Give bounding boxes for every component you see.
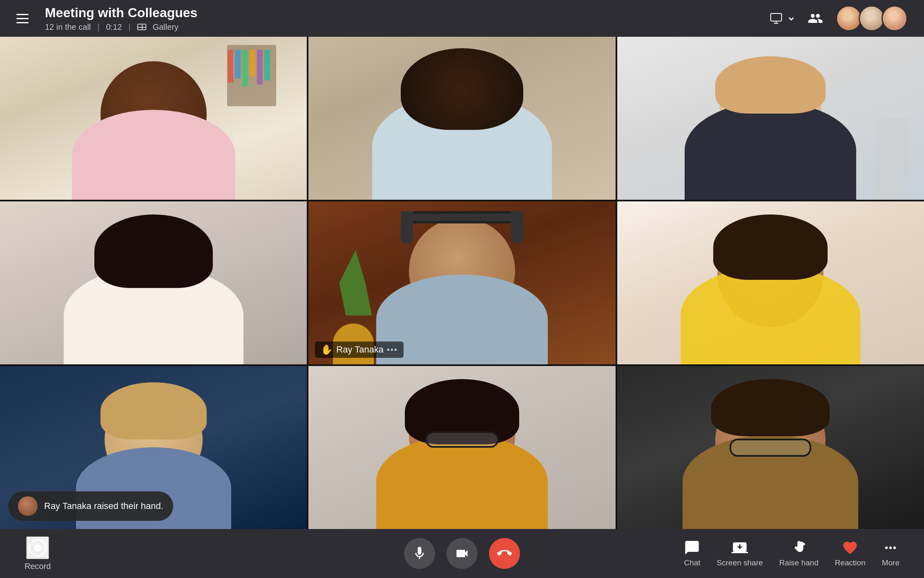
mute-button[interactable] [404,538,435,569]
video-grid: ✋ Ray Tanaka ••• Ray Tanaka raised their… [0,37,924,529]
menu-icon[interactable] [16,10,33,27]
avatar-2[interactable] [859,5,885,31]
share-screen-button[interactable] [770,12,795,25]
top-bar: Meeting with Colleagues 12 in the call |… [0,0,924,37]
people-button[interactable] [803,6,828,31]
speaker-name: Ray Tanaka [336,344,384,355]
video-cell-4[interactable] [0,201,307,364]
raise-hand-label: Raise hand [779,558,819,567]
record-circle-icon [29,539,46,556]
duration: 0:12 [106,22,122,32]
video-cell-9[interactable] [617,366,924,529]
more-label: More [882,558,899,567]
video-cell-5-active[interactable]: ✋ Ray Tanaka ••• [308,201,615,364]
center-controls [404,538,520,569]
video-cell-7[interactable]: Ray Tanaka raised their hand. [0,366,307,529]
screen-share-label: Screen share [717,558,763,567]
meeting-title: Meeting with Colleagues [45,5,770,20]
meeting-meta: 12 in the call | 0:12 | Gallery [45,22,770,32]
chat-button[interactable]: Chat [684,540,700,567]
end-call-button[interactable] [489,538,520,569]
participant-avatars [836,5,908,31]
record-button[interactable] [26,536,49,559]
record-dot-icon [34,544,41,551]
reaction-button[interactable]: Reaction [835,540,866,567]
top-right-controls [770,5,908,31]
video-cell-3[interactable] [617,37,924,200]
svg-rect-0 [771,13,782,21]
video-cell-8[interactable] [308,366,615,529]
right-controls: Chat Screen share Raise hand Reaction [684,540,899,567]
raise-hand-button[interactable]: Raise hand [779,540,819,567]
view-mode: Gallery [153,22,179,32]
more-options-dots: ••• [387,345,398,355]
video-cell-2[interactable] [308,37,615,200]
toast-message: Ray Tanaka raised their hand. [44,501,163,511]
camera-button[interactable] [446,538,478,569]
active-speaker-name-overlay: ✋ Ray Tanaka ••• [315,341,404,358]
toast-notification: Ray Tanaka raised their hand. [8,491,173,521]
gallery-icon [137,24,146,30]
toast-avatar [18,496,38,516]
avatar-3[interactable] [882,5,908,31]
meeting-info: Meeting with Colleagues 12 in the call |… [45,5,770,31]
record-label: Record [25,562,51,571]
reaction-label: Reaction [835,558,866,567]
participants-count: 12 in the call [45,22,91,32]
screen-share-button[interactable]: Screen share [717,540,763,567]
bottom-bar: Record Chat [0,529,924,578]
video-cell-1[interactable] [0,37,307,200]
video-cell-6[interactable] [617,201,924,364]
chat-label: Chat [684,558,700,567]
hand-emoji: ✋ [321,344,333,355]
record-section: Record [25,536,51,571]
more-button[interactable]: More [882,540,899,567]
avatar-1[interactable] [836,5,862,31]
